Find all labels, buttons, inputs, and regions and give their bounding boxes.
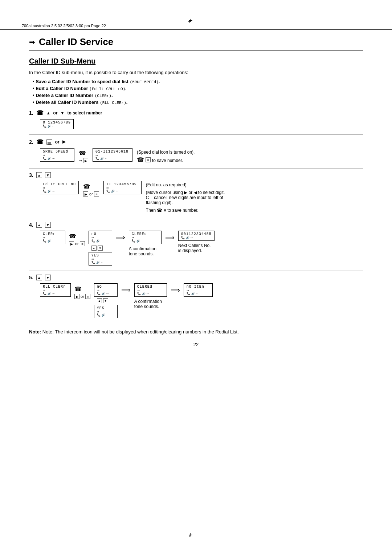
step-2-header: 2. ☎ or ▶: [29, 138, 363, 145]
step-5-no-yes: nO ⇒ 📞🔊··· ▲ ▼ YES ⇒ 📞🔊···: [94, 283, 118, 318]
step-5-up-btn: ▲: [36, 275, 42, 280]
step-2-note2-row: ☎ ≡ to save number.: [137, 156, 195, 163]
step-3-note2: (Move cursor using ▶ or ◀ to select digi…: [146, 190, 226, 205]
step-3-header: 3. ▲ ▼: [29, 172, 363, 178]
step-5-no-box: nO ⇒ 📞🔊···: [94, 283, 118, 297]
step-1-disp-icons: 📞🔊···: [43, 125, 71, 128]
step-4-content: CLERr ⇒ 📞🔊··· ☎ ▶ or ≡: [40, 231, 363, 266]
step-2-content: 5RUE 5PEEd ⇒ 📞🔊··· ☎ ⇒ ▶ 01-II: [40, 148, 363, 163]
step-3-edit-display: Ed It CRLL nO ⇒ 📞🔊···: [40, 181, 79, 194]
step-1-nav: ▲: [46, 111, 50, 115]
bullet-item-2: • Edit a Caller ID Number (Ed It CRLL nO…: [33, 86, 363, 91]
step-4-yes-box: YES ⇒ 📞🔊···: [89, 252, 112, 266]
step-2-notes: (Speed dial icon is turned on). ☎ ≡ to s…: [137, 148, 195, 163]
intro-text: In the Caller ID sub-menu, it is possibl…: [29, 70, 363, 75]
step-1-disp-text: 0 123456789: [43, 121, 71, 125]
step-4-next-box: 001122334455 📞🔊···: [178, 231, 215, 241]
step-3-note1: (Edit no. as required).: [146, 182, 226, 187]
step-3-label: 3.: [29, 172, 33, 178]
step-3-num-display: II 123456789 ⇒ 📞🔊···: [103, 181, 142, 194]
step-4-arrow2: ⟹: [165, 234, 175, 242]
step-5-arrow: ⟹: [121, 286, 131, 294]
handset-icon-1: ☎: [36, 109, 44, 116]
step-3-mid: ☎ ▶ or ≡: [83, 183, 99, 197]
step-2-note2: to save number.: [152, 158, 183, 163]
step-5-nav-btns: ▲ ▼: [97, 298, 118, 303]
step-4-header: 4. ▲ ▼: [29, 222, 363, 228]
step-4-cleared-group: CLEREd ⇒ 📞🔊··· A confirmation tone sound…: [129, 231, 162, 256]
step-1-display-group: 0 123456789 📞🔊···: [40, 119, 363, 129]
step-1-label: 1.: [29, 110, 33, 116]
step-4-no-yes: nO ⇒ 📞🔊··· ▲ ▼ YES ⇒ 📞🔊···: [89, 231, 112, 266]
header-bar: 700al australian 2 5 02 2/5/02 3:00 pm P…: [0, 22, 392, 30]
footer-note: Note: The intercom icon will not be disp…: [42, 329, 239, 335]
header-text: 700al australian 2 5 02 2/5/02 3:00 pm P…: [22, 24, 106, 28]
step-5-note1: A confirmation tone sounds.: [134, 299, 167, 309]
step-4-clear-display: CLERr ⇒ 📞🔊···: [40, 231, 65, 244]
step-1-desc: to select number: [67, 110, 102, 116]
step-1-down: ▼: [61, 111, 65, 115]
bullet-item-1: • Save a Caller ID Number to speed dial …: [33, 79, 363, 84]
content-area: ➡ Caller ID Service Caller ID Sub-Menu I…: [29, 36, 363, 533]
page-container: 700al australian 2 5 02 2/5/02 3:00 pm P…: [0, 0, 392, 555]
step-3-edit-box: Ed It CRLL nO ⇒ 📞🔊···: [40, 181, 79, 194]
step-2-right: ▶: [62, 139, 65, 144]
bullet-list: • Save a Caller ID Number to speed dial …: [33, 79, 363, 105]
step-4-clear-box: CLERr ⇒ 📞🔊···: [40, 231, 65, 244]
step-2-note1: (Speed dial icon is turned on).: [137, 150, 195, 155]
step-4-note2: Next Caller's No. is displayed.: [178, 243, 215, 253]
sub-menu-title: Caller ID Sub-Menu: [29, 57, 363, 65]
step-5-arrow2: ⟹: [171, 286, 180, 294]
handset-icon-2: ☎: [36, 138, 44, 145]
step-5-yes-box: YES ⇒ 📞🔊···: [94, 305, 118, 318]
page-title-section: ➡ Caller ID Service: [29, 36, 363, 50]
step-4-up-btn: ▲: [36, 222, 42, 228]
page-number: 22: [29, 342, 363, 347]
step-5-label: 5.: [29, 275, 33, 280]
step-3-num-box: II 123456789 ⇒ 📞🔊···: [103, 181, 142, 194]
step-3-content: Ed It CRLL nO ⇒ 📞🔊··· ☎ ▶ or ≡ II 12: [40, 181, 363, 213]
step-1-section: 1. ☎ ▲ or ▼ to select number 0 123456789…: [29, 109, 363, 135]
step-2-save-display: 5RUE 5PEEd ⇒ 📞🔊···: [40, 148, 74, 162]
crosshair-top: +: [188, 19, 195, 26]
step-1-display: 0 123456789 📞🔊···: [40, 119, 74, 129]
step-4-arrow: ⟹: [116, 234, 125, 242]
step-1-header: 1. ☎ ▲ or ▼ to select number: [29, 109, 363, 116]
step-4-section: 4. ▲ ▼ CLERr ⇒ 📞🔊··· ☎ ▶: [29, 222, 363, 271]
bullet-item-4: • Delete all Caller ID Numbers (RLL CLER…: [33, 100, 363, 105]
step-5-header: 5. ▲ ▼: [29, 275, 363, 280]
step-4-down-btn: ▼: [45, 222, 51, 228]
step-3-down-btn: ▼: [45, 172, 51, 178]
step-4-mid: ☎ ▶ or ≡: [69, 233, 85, 246]
crosshair-bottom: +: [188, 533, 195, 540]
step-5-section: 5. ▲ ▼ RLL CLERr ⇒ 📞🔊··· ☎ ▶: [29, 275, 363, 323]
step-5-noitem-group: nO ItEn ⇒ 📞🔊···: [184, 283, 213, 297]
step-3-notes: (Edit no. as required). (Move cursor usi…: [146, 181, 226, 213]
step-3-up-btn: ▲: [36, 172, 42, 178]
step-4-note1: A confirmation tone sounds.: [129, 246, 162, 256]
side-line-left: [11, 22, 11, 533]
step-5-noitem-box: nO ItEn ⇒ 📞🔊···: [184, 283, 213, 297]
step-4-nav-btns: ▲ ▼: [91, 246, 112, 251]
arrow-icon: ➡: [29, 38, 35, 46]
step-3-note3: Then ☎ ≡ to save number.: [146, 208, 226, 213]
step-2-section: 2. ☎ or ▶ 5RUE 5PEEd ⇒ 📞🔊···: [29, 138, 363, 169]
step-5-content: RLL CLERr ⇒ 📞🔊··· ☎ ▶ or ≡: [40, 283, 363, 318]
step-2-num-display: 01-II12345618 ⇒ 📞🔊···: [93, 148, 132, 162]
menu-icon-2: [46, 139, 52, 145]
step-2-or: or: [55, 139, 60, 145]
note-section: Note: Note: The intercom icon will not b…: [29, 329, 363, 335]
step-2-label: 2.: [29, 139, 33, 145]
step-2-mid: ☎ ⇒ ▶: [79, 150, 88, 163]
step-4-cleared-box: CLEREd ⇒ 📞🔊···: [129, 231, 162, 244]
step-1-or: or: [53, 110, 58, 116]
step-2-save-box: 5RUE 5PEEd ⇒ 📞🔊···: [40, 148, 74, 162]
step-5-allclear-box: RLL CLERr ⇒ 📞🔊···: [40, 283, 71, 297]
bullet-item-3: • Delete a Caller ID Number (CLERr).: [33, 93, 363, 98]
step-4-no-box: nO ⇒ 📞🔊···: [89, 231, 112, 244]
step-5-cleared-box: CLEREd ⇒ 📞🔊···: [134, 283, 167, 297]
page-title: Caller ID Service: [39, 36, 113, 48]
step-4-next-group: 001122334455 📞🔊··· Next Caller's No. is …: [178, 231, 215, 253]
step-4-label: 4.: [29, 222, 33, 228]
step-5-down-btn: ▼: [45, 275, 51, 280]
